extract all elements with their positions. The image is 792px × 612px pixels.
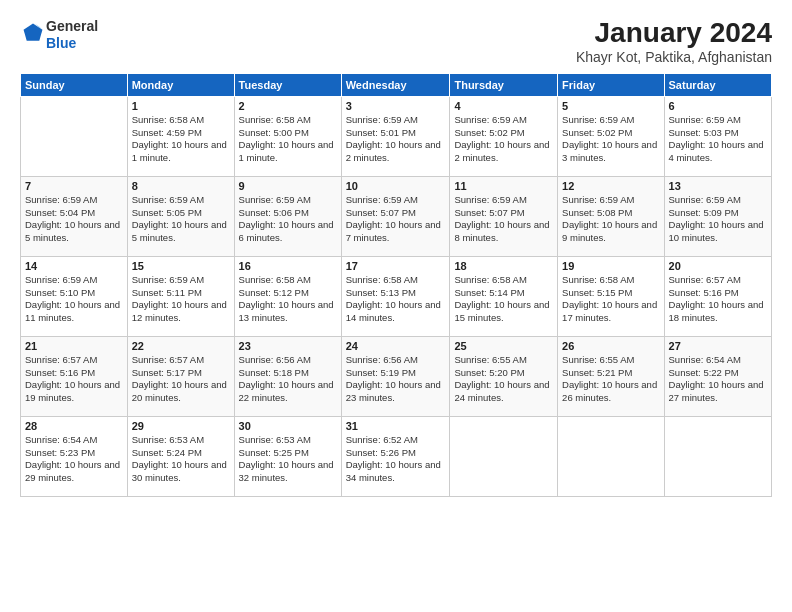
weekday-header-thursday: Thursday <box>450 73 558 96</box>
day-number: 4 <box>454 100 553 112</box>
logo-icon <box>22 22 44 44</box>
calendar-table: SundayMondayTuesdayWednesdayThursdayFrid… <box>20 73 772 497</box>
weekday-header-monday: Monday <box>127 73 234 96</box>
day-number: 10 <box>346 180 446 192</box>
day-number: 8 <box>132 180 230 192</box>
day-number: 6 <box>669 100 767 112</box>
day-detail: Sunrise: 6:56 AMSunset: 5:18 PMDaylight:… <box>239 354 334 403</box>
calendar-cell: 27Sunrise: 6:54 AMSunset: 5:22 PMDayligh… <box>664 336 771 416</box>
day-number: 18 <box>454 260 553 272</box>
logo-blue-text: Blue <box>46 35 98 52</box>
day-detail: Sunrise: 6:58 AMSunset: 5:14 PMDaylight:… <box>454 274 549 323</box>
day-detail: Sunrise: 6:55 AMSunset: 5:21 PMDaylight:… <box>562 354 657 403</box>
weekday-header-row: SundayMondayTuesdayWednesdayThursdayFrid… <box>21 73 772 96</box>
calendar-cell: 5Sunrise: 6:59 AMSunset: 5:02 PMDaylight… <box>558 96 664 176</box>
day-detail: Sunrise: 6:59 AMSunset: 5:04 PMDaylight:… <box>25 194 120 243</box>
calendar-cell: 14Sunrise: 6:59 AMSunset: 5:10 PMDayligh… <box>21 256 128 336</box>
day-number: 21 <box>25 340 123 352</box>
day-number: 17 <box>346 260 446 272</box>
day-detail: Sunrise: 6:56 AMSunset: 5:19 PMDaylight:… <box>346 354 441 403</box>
day-number: 5 <box>562 100 659 112</box>
day-number: 1 <box>132 100 230 112</box>
day-detail: Sunrise: 6:59 AMSunset: 5:05 PMDaylight:… <box>132 194 227 243</box>
day-detail: Sunrise: 6:58 AMSunset: 5:15 PMDaylight:… <box>562 274 657 323</box>
day-detail: Sunrise: 6:58 AMSunset: 5:13 PMDaylight:… <box>346 274 441 323</box>
day-number: 13 <box>669 180 767 192</box>
day-number: 27 <box>669 340 767 352</box>
calendar-cell <box>21 96 128 176</box>
calendar-cell: 31Sunrise: 6:52 AMSunset: 5:26 PMDayligh… <box>341 416 450 496</box>
day-number: 7 <box>25 180 123 192</box>
calendar-cell <box>558 416 664 496</box>
day-number: 22 <box>132 340 230 352</box>
day-detail: Sunrise: 6:54 AMSunset: 5:22 PMDaylight:… <box>669 354 764 403</box>
day-number: 23 <box>239 340 337 352</box>
day-number: 2 <box>239 100 337 112</box>
week-row-2: 14Sunrise: 6:59 AMSunset: 5:10 PMDayligh… <box>21 256 772 336</box>
day-detail: Sunrise: 6:59 AMSunset: 5:11 PMDaylight:… <box>132 274 227 323</box>
day-number: 29 <box>132 420 230 432</box>
calendar-cell: 6Sunrise: 6:59 AMSunset: 5:03 PMDaylight… <box>664 96 771 176</box>
calendar-cell: 30Sunrise: 6:53 AMSunset: 5:25 PMDayligh… <box>234 416 341 496</box>
calendar-cell: 9Sunrise: 6:59 AMSunset: 5:06 PMDaylight… <box>234 176 341 256</box>
day-detail: Sunrise: 6:59 AMSunset: 5:03 PMDaylight:… <box>669 114 764 163</box>
day-detail: Sunrise: 6:59 AMSunset: 5:06 PMDaylight:… <box>239 194 334 243</box>
calendar-cell: 19Sunrise: 6:58 AMSunset: 5:15 PMDayligh… <box>558 256 664 336</box>
calendar-cell: 11Sunrise: 6:59 AMSunset: 5:07 PMDayligh… <box>450 176 558 256</box>
calendar-cell: 17Sunrise: 6:58 AMSunset: 5:13 PMDayligh… <box>341 256 450 336</box>
day-detail: Sunrise: 6:53 AMSunset: 5:25 PMDaylight:… <box>239 434 334 483</box>
day-number: 15 <box>132 260 230 272</box>
day-number: 20 <box>669 260 767 272</box>
page-title: January 2024 <box>576 18 772 49</box>
header: General Blue January 2024 Khayr Kot, Pak… <box>20 18 772 65</box>
week-row-1: 7Sunrise: 6:59 AMSunset: 5:04 PMDaylight… <box>21 176 772 256</box>
calendar-cell: 22Sunrise: 6:57 AMSunset: 5:17 PMDayligh… <box>127 336 234 416</box>
calendar-cell: 26Sunrise: 6:55 AMSunset: 5:21 PMDayligh… <box>558 336 664 416</box>
logo-general-text: General <box>46 18 98 35</box>
day-detail: Sunrise: 6:59 AMSunset: 5:01 PMDaylight:… <box>346 114 441 163</box>
calendar-cell: 1Sunrise: 6:58 AMSunset: 4:59 PMDaylight… <box>127 96 234 176</box>
weekday-header-saturday: Saturday <box>664 73 771 96</box>
week-row-3: 21Sunrise: 6:57 AMSunset: 5:16 PMDayligh… <box>21 336 772 416</box>
calendar-cell: 10Sunrise: 6:59 AMSunset: 5:07 PMDayligh… <box>341 176 450 256</box>
day-number: 26 <box>562 340 659 352</box>
week-row-4: 28Sunrise: 6:54 AMSunset: 5:23 PMDayligh… <box>21 416 772 496</box>
day-number: 12 <box>562 180 659 192</box>
day-number: 11 <box>454 180 553 192</box>
weekday-header-sunday: Sunday <box>21 73 128 96</box>
day-detail: Sunrise: 6:59 AMSunset: 5:09 PMDaylight:… <box>669 194 764 243</box>
day-detail: Sunrise: 6:59 AMSunset: 5:07 PMDaylight:… <box>346 194 441 243</box>
calendar-cell: 23Sunrise: 6:56 AMSunset: 5:18 PMDayligh… <box>234 336 341 416</box>
calendar-cell: 20Sunrise: 6:57 AMSunset: 5:16 PMDayligh… <box>664 256 771 336</box>
page-subtitle: Khayr Kot, Paktika, Afghanistan <box>576 49 772 65</box>
day-number: 3 <box>346 100 446 112</box>
calendar-cell: 2Sunrise: 6:58 AMSunset: 5:00 PMDaylight… <box>234 96 341 176</box>
day-number: 9 <box>239 180 337 192</box>
day-number: 30 <box>239 420 337 432</box>
calendar-cell: 21Sunrise: 6:57 AMSunset: 5:16 PMDayligh… <box>21 336 128 416</box>
calendar-cell <box>664 416 771 496</box>
day-detail: Sunrise: 6:57 AMSunset: 5:16 PMDaylight:… <box>669 274 764 323</box>
weekday-header-wednesday: Wednesday <box>341 73 450 96</box>
calendar-cell <box>450 416 558 496</box>
calendar-cell: 16Sunrise: 6:58 AMSunset: 5:12 PMDayligh… <box>234 256 341 336</box>
day-detail: Sunrise: 6:53 AMSunset: 5:24 PMDaylight:… <box>132 434 227 483</box>
title-block: January 2024 Khayr Kot, Paktika, Afghani… <box>576 18 772 65</box>
calendar-cell: 29Sunrise: 6:53 AMSunset: 5:24 PMDayligh… <box>127 416 234 496</box>
weekday-header-tuesday: Tuesday <box>234 73 341 96</box>
day-detail: Sunrise: 6:57 AMSunset: 5:16 PMDaylight:… <box>25 354 120 403</box>
day-detail: Sunrise: 6:59 AMSunset: 5:02 PMDaylight:… <box>562 114 657 163</box>
day-detail: Sunrise: 6:59 AMSunset: 5:10 PMDaylight:… <box>25 274 120 323</box>
day-detail: Sunrise: 6:58 AMSunset: 5:00 PMDaylight:… <box>239 114 334 163</box>
day-detail: Sunrise: 6:58 AMSunset: 4:59 PMDaylight:… <box>132 114 227 163</box>
calendar-cell: 12Sunrise: 6:59 AMSunset: 5:08 PMDayligh… <box>558 176 664 256</box>
day-detail: Sunrise: 6:54 AMSunset: 5:23 PMDaylight:… <box>25 434 120 483</box>
day-detail: Sunrise: 6:57 AMSunset: 5:17 PMDaylight:… <box>132 354 227 403</box>
day-detail: Sunrise: 6:59 AMSunset: 5:02 PMDaylight:… <box>454 114 549 163</box>
calendar-cell: 18Sunrise: 6:58 AMSunset: 5:14 PMDayligh… <box>450 256 558 336</box>
calendar-cell: 15Sunrise: 6:59 AMSunset: 5:11 PMDayligh… <box>127 256 234 336</box>
svg-marker-0 <box>24 23 43 40</box>
week-row-0: 1Sunrise: 6:58 AMSunset: 4:59 PMDaylight… <box>21 96 772 176</box>
calendar-header: SundayMondayTuesdayWednesdayThursdayFrid… <box>21 73 772 96</box>
day-number: 16 <box>239 260 337 272</box>
